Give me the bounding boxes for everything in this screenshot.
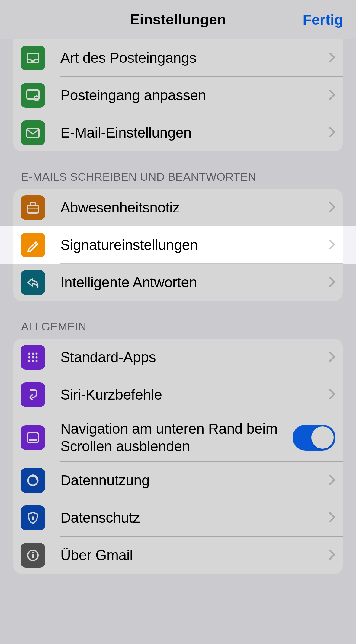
row-inbox-type[interactable]: Art des Posteingangs [13, 39, 343, 77]
chevron-right-icon [329, 53, 335, 63]
row-label: Posteingang anpassen [60, 87, 326, 104]
data-usage-icon [21, 468, 45, 493]
row-hide-bottom-nav[interactable]: Navigation am unteren Rand beim Scrollen… [13, 413, 343, 462]
done-button[interactable]: Fertig [303, 11, 343, 28]
chevron-right-icon [329, 202, 335, 213]
row-label: Datennutzung [60, 472, 326, 489]
row-out-of-office[interactable]: Abwesenheitsnotiz [13, 189, 343, 226]
row-label: Intelligente Antworten [60, 274, 326, 291]
page-title: Einstellungen [130, 11, 226, 28]
row-label: Signatureinstellungen [60, 236, 326, 254]
chevron-right-icon [329, 352, 335, 363]
chevron-right-icon [329, 90, 335, 101]
navbar: Einstellungen Fertig [0, 0, 356, 39]
shield-icon [21, 505, 45, 530]
row-label: Über Gmail [60, 547, 326, 564]
chevron-right-icon [329, 277, 335, 288]
row-default-apps[interactable]: Standard-Apps [13, 339, 343, 376]
chevron-right-icon [329, 512, 335, 523]
row-privacy[interactable]: Datenschutz [13, 499, 343, 537]
row-label: Siri-Kurzbefehle [60, 386, 326, 403]
pencil-icon [21, 233, 45, 257]
chevron-right-icon [329, 475, 335, 486]
group-general: Standard-Apps Siri-Kurzbefehle Navigatio… [13, 339, 343, 574]
customize-icon [21, 83, 45, 108]
row-label: E-Mail-Einstellungen [60, 124, 326, 142]
grid-icon [21, 345, 45, 370]
row-smart-replies[interactable]: Intelligente Antworten [13, 264, 343, 301]
row-email-settings[interactable]: E-Mail-Einstellungen [13, 114, 343, 151]
row-label: Navigation am unteren Rand beim Scrollen… [60, 420, 293, 455]
section-header-general: ALLGEMEIN [13, 301, 343, 339]
row-customize-inbox[interactable]: Posteingang anpassen [13, 77, 343, 114]
row-signature-settings[interactable]: Signatureinstellungen [13, 226, 343, 264]
row-label: Standard-Apps [60, 349, 326, 366]
navbar-icon [21, 425, 45, 450]
group-compose: Abwesenheitsnotiz Signatureinstellungen … [13, 189, 343, 301]
row-about-gmail[interactable]: Über Gmail [13, 537, 343, 574]
info-icon [21, 543, 45, 568]
reply-icon [21, 270, 45, 295]
chevron-right-icon [329, 550, 335, 561]
briefcase-icon [21, 195, 45, 220]
toggle-hide-bottom-nav[interactable] [293, 425, 335, 451]
row-label: Datenschutz [60, 509, 326, 527]
row-label: Art des Posteingangs [60, 49, 326, 67]
chevron-right-icon [329, 240, 335, 250]
mail-icon [21, 120, 45, 145]
chevron-right-icon [329, 389, 335, 400]
group-inbox: Art des Posteingangs Posteingang anpasse… [13, 39, 343, 151]
row-label: Abwesenheitsnotiz [60, 199, 326, 216]
section-header-compose: E-MAILS SCHREIBEN UND BEANTWORTEN [13, 151, 343, 189]
row-siri-shortcuts[interactable]: Siri-Kurzbefehle [13, 376, 343, 413]
inbox-tray-icon [21, 46, 45, 70]
row-data-usage[interactable]: Datennutzung [13, 462, 343, 499]
shortcut-icon [21, 382, 45, 407]
chevron-right-icon [329, 127, 335, 138]
